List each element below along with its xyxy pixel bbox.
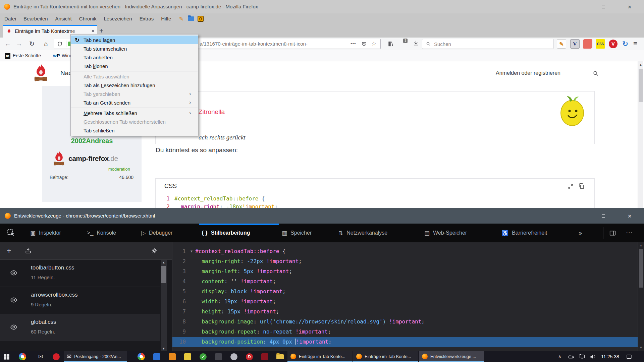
dock-side-icon[interactable] xyxy=(609,230,616,237)
devtools-tab-konsole[interactable]: >_Konsole xyxy=(87,224,116,242)
home-icon[interactable]: ⌂ xyxy=(41,38,51,50)
taskbar-silver-app-icon[interactable] xyxy=(228,351,239,362)
close-button[interactable]: × xyxy=(620,0,639,13)
devtools-tab-debugger[interactable]: ▷Debugger xyxy=(141,224,172,242)
restore-button[interactable] xyxy=(594,0,613,13)
element-picker-icon[interactable] xyxy=(7,229,15,237)
v-circle-addon-icon[interactable]: V xyxy=(608,39,618,49)
css-addon-icon[interactable]: CSS xyxy=(596,39,605,49)
speaker-icon[interactable] xyxy=(590,354,596,360)
context-menu-item[interactable]: Tab schließen xyxy=(71,126,198,135)
context-menu-item[interactable]: Tab an Gerät senden› xyxy=(71,98,198,107)
taskbar-dark-app-icon[interactable] xyxy=(213,351,224,362)
downloads-icon[interactable] xyxy=(413,40,419,47)
context-menu-item[interactable]: Tab als Lesezeichen hinzufügen xyxy=(71,81,198,89)
bookmark-star-icon[interactable]: ☆ xyxy=(371,39,376,49)
scrollbar-thumb[interactable] xyxy=(639,249,643,288)
devtools-tab-netzwerkanalyse[interactable]: ⇅Netzwerkanalyse xyxy=(338,224,387,242)
page-nav-clipped[interactable]: Nac xyxy=(60,69,72,77)
pencil-icon[interactable]: ✎ xyxy=(178,15,184,22)
context-menu-item[interactable]: Tab anheften xyxy=(71,53,198,62)
devtools-tab-speicher[interactable]: ▦Speicher xyxy=(282,224,312,242)
taskbar-orange-app-icon[interactable] xyxy=(166,351,178,362)
taskbar-dark-red-app-icon[interactable] xyxy=(259,351,270,362)
menu-bearbeiten[interactable]: Bearbeiten xyxy=(20,13,52,24)
network-icon[interactable] xyxy=(579,354,585,360)
menu-extras[interactable]: Extras xyxy=(136,13,158,24)
minimize-button[interactable] xyxy=(568,0,587,13)
menu-lesezeichen[interactable]: Lesezeichen xyxy=(100,13,136,24)
sync-addon-icon[interactable]: ↻ xyxy=(621,39,630,49)
menu-ansicht[interactable]: Ansicht xyxy=(52,13,75,24)
menu-chronik[interactable]: Chronik xyxy=(75,13,100,24)
page-scrollbar[interactable]: ▲ xyxy=(638,61,643,208)
devtools-tab-web-speicher[interactable]: ▤Web-Speicher xyxy=(424,224,467,242)
eye-icon[interactable] xyxy=(10,323,17,331)
forward-icon[interactable]: → xyxy=(14,38,24,50)
scroll-down-icon[interactable]: ▼ xyxy=(161,346,167,351)
context-menu-item[interactable]: Mehrere Tabs schließen› xyxy=(71,109,198,117)
action-center-icon[interactable] xyxy=(626,354,632,360)
devtools-maximize-button[interactable] xyxy=(594,208,613,224)
quote-author-link[interactable]: Zitronella xyxy=(199,108,225,116)
firefox-window-button-2[interactable]: Einträge im Tab Konte... xyxy=(353,351,418,362)
folder-icon[interactable] xyxy=(187,15,194,22)
scroll-up-icon[interactable]: ▲ xyxy=(638,61,643,66)
tracking-shield-icon[interactable] xyxy=(57,41,63,47)
orange-addon-icon[interactable] xyxy=(197,15,204,22)
style-editor-code[interactable]: 1▼#context_reloadTab::before {2 margin-r… xyxy=(172,242,638,351)
expand-icon[interactable] xyxy=(568,183,574,189)
context-menu-item[interactable]: Alle Tabs auswählen xyxy=(71,72,198,81)
scroll-up-icon[interactable]: ▲ xyxy=(161,260,167,265)
scrollbar-thumb[interactable] xyxy=(161,266,166,283)
taskbar-folder-icon[interactable] xyxy=(274,351,286,362)
menu-hilfe[interactable]: Hilfe xyxy=(157,13,175,24)
taskbar-yellow-app-icon[interactable] xyxy=(182,351,193,362)
devtools-window-button[interactable]: Entwicklerwerkzeuge ... xyxy=(419,351,484,362)
eye-icon[interactable] xyxy=(10,269,17,277)
devtools-tab-stilbearbeitung[interactable]: { }Stilbearbeitung xyxy=(202,224,250,242)
pocket-icon[interactable] xyxy=(361,41,367,47)
username-link[interactable]: 2002Andreas xyxy=(42,137,142,145)
notes-addon-icon[interactable]: ✎ xyxy=(557,39,566,49)
scroll-down-icon[interactable]: ▼ xyxy=(638,345,644,351)
devtools-tab-inspektor[interactable]: ▣Inspektor xyxy=(30,224,61,242)
page-actions-icon[interactable]: ••• xyxy=(351,39,356,49)
tray-chevron-icon[interactable]: ∧ xyxy=(558,351,561,362)
stylesheet-item[interactable]: toolbarbutton.css11 Regeln. xyxy=(0,260,160,287)
scroll-up-icon[interactable]: ▲ xyxy=(638,242,644,248)
taskbar-red-d-icon[interactable]: D xyxy=(244,351,255,362)
gear-icon[interactable] xyxy=(151,247,158,254)
copy-icon[interactable] xyxy=(578,183,585,189)
context-menu-item[interactable]: Tab klonen xyxy=(71,62,198,70)
scroll-addon-icon[interactable] xyxy=(583,39,592,49)
battery-icon[interactable] xyxy=(568,354,575,360)
devtools-tab-barrierefreiheit[interactable]: ♿Barrierefreiheit xyxy=(501,224,547,242)
devtools-close-button[interactable]: × xyxy=(620,208,639,224)
hamburger-menu-icon[interactable]: ≡ xyxy=(633,38,637,50)
bookmark-erste-schritte[interactable]: Erste Schritte xyxy=(13,50,41,61)
taskbar-colorful-ball-icon[interactable] xyxy=(17,351,28,362)
stylesheet-item[interactable]: arrowscrollbox.css9 Regeln. xyxy=(0,287,160,314)
context-menu-item[interactable]: Tab verschieben› xyxy=(71,89,198,98)
new-stylesheet-button[interactable]: + xyxy=(7,242,11,259)
taskbar-red-app-icon[interactable] xyxy=(50,351,62,362)
firefox-window-button-1[interactable]: Einträge im Tab Konte... xyxy=(287,351,353,362)
import-stylesheet-icon[interactable] xyxy=(25,247,32,254)
back-icon[interactable]: ← xyxy=(3,38,13,50)
mail-window-button[interactable]: ✉Posteingang - 2002An... xyxy=(64,351,127,362)
taskbar-chrome-icon[interactable] xyxy=(136,351,147,362)
reload-icon[interactable]: ↻ xyxy=(27,38,37,50)
taskbar-blue-app-icon[interactable] xyxy=(151,351,162,362)
login-link[interactable]: Anmelden oder registrieren xyxy=(496,70,560,76)
page-search-icon[interactable] xyxy=(592,70,599,77)
context-menu-item[interactable]: ↻Tab neu laden xyxy=(71,36,198,44)
library-icon[interactable] xyxy=(386,40,394,48)
panel-scrollbar[interactable]: ▲ ▼ xyxy=(161,260,167,351)
campfire-logo-icon[interactable] xyxy=(33,63,49,82)
editor-scrollbar[interactable]: ▲ ▼ xyxy=(638,242,644,351)
search-bar[interactable]: Suchen xyxy=(422,39,553,49)
taskbar-clock[interactable]: 11:25:38 xyxy=(600,351,621,362)
devtools-minimize-button[interactable] xyxy=(568,208,587,224)
scrollbar-thumb[interactable] xyxy=(639,69,643,102)
